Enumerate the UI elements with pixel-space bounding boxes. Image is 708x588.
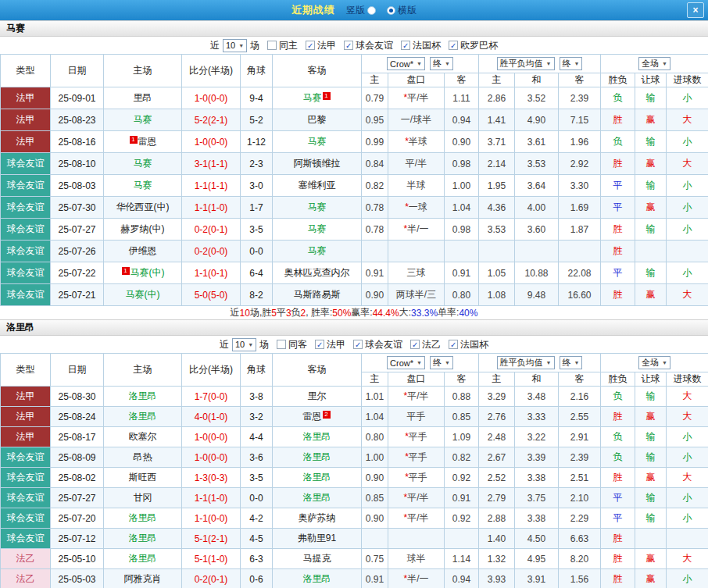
team-name[interactable]: 阿雅克肖 xyxy=(124,573,162,584)
team-name[interactable]: 马赛(中) xyxy=(131,267,165,278)
avg-time-select[interactable]: 终▼ xyxy=(560,356,583,369)
team-name[interactable]: 里尔 xyxy=(308,390,327,401)
avg-home-cell: 2.86 xyxy=(479,87,515,109)
team-name[interactable]: 洛里昂 xyxy=(129,512,157,523)
checkbox-checked-icon[interactable]: ✓ xyxy=(315,340,324,349)
filter-checkbox-球会友谊[interactable]: ✓球会友谊 xyxy=(353,338,402,351)
avg-select[interactable]: 胜平负均值▼ xyxy=(497,356,555,369)
team-name[interactable]: 马赛 xyxy=(308,223,327,234)
checkbox-checked-icon[interactable]: ✓ xyxy=(344,41,353,50)
sub-column-header: 客 xyxy=(559,73,601,87)
away-team-cell: 洛里昂 xyxy=(273,447,362,468)
team-name[interactable]: 洛里昂 xyxy=(303,451,331,462)
vertical-radio-icon[interactable] xyxy=(367,6,376,15)
date-cell: 25-09-01 xyxy=(51,87,104,109)
filter-checkbox-球会友谊[interactable]: ✓球会友谊 xyxy=(344,39,393,52)
dropdown-arrow-icon: ▼ xyxy=(546,360,552,365)
odds-group-header: Crow*▼终▼ xyxy=(362,354,479,372)
odds-time-select[interactable]: 终▼ xyxy=(430,57,453,70)
team-name[interactable]: 马赛 xyxy=(134,180,152,191)
filter-checkbox-法国杯[interactable]: ✓法国杯 xyxy=(449,338,488,351)
avg-select[interactable]: 胜平负均值▼ xyxy=(497,57,555,70)
team-name[interactable]: 阿斯顿维拉 xyxy=(294,158,341,169)
summary-segment: 40% xyxy=(459,308,477,319)
avg-time-select[interactable]: 终▼ xyxy=(560,57,583,70)
filter-checkbox-法乙[interactable]: ✓法乙 xyxy=(410,338,441,351)
team-name[interactable]: 洛里昂 xyxy=(129,411,157,422)
close-button[interactable]: × xyxy=(687,2,704,18)
team-name[interactable]: 马赛 xyxy=(303,92,322,103)
home-team-cell: 洛里昂 xyxy=(104,529,182,549)
team-name[interactable]: 洛里昂 xyxy=(303,472,331,483)
team-name[interactable]: 马赛 xyxy=(308,245,327,256)
filter-checkbox-法国杯[interactable]: ✓法国杯 xyxy=(401,39,441,52)
team-name[interactable]: 奥林匹克查内尔 xyxy=(284,267,350,278)
horizontal-radio-icon[interactable] xyxy=(387,6,395,15)
checkbox-unchecked-icon[interactable] xyxy=(277,340,286,349)
checkbox-checked-icon[interactable]: ✓ xyxy=(449,41,458,50)
filter-checkbox-法甲[interactable]: ✓法甲 xyxy=(306,39,336,52)
away-team-cell: 洛里昂 xyxy=(273,569,362,588)
filter-checkbox-欧罗巴杯[interactable]: ✓欧罗巴杯 xyxy=(449,39,498,52)
home-team-cell: 洛里昂 xyxy=(104,549,182,569)
team-name[interactable]: 马赛(中) xyxy=(126,289,160,300)
score-cell: 5-1(2-1) xyxy=(182,529,241,549)
team-name[interactable]: 洛里昂 xyxy=(129,553,157,564)
team-name[interactable]: 洛里昂 xyxy=(129,390,157,401)
match-count-select[interactable]: 10▼ xyxy=(232,338,256,351)
team-name[interactable]: 巴黎 xyxy=(308,114,327,125)
score-cell: 1-1(0-0) xyxy=(182,508,241,529)
team-name[interactable]: 马赛 xyxy=(134,114,152,125)
scope-select[interactable]: 全场▼ xyxy=(638,356,670,369)
team-name[interactable]: 塞维利亚 xyxy=(299,180,336,191)
match-count-select[interactable]: 10▼ xyxy=(223,39,247,52)
team-name[interactable]: 雷恩 xyxy=(303,411,322,422)
score-cell: 5-0(5-0) xyxy=(182,284,241,306)
team-name[interactable]: 昂热 xyxy=(134,451,152,462)
bookmaker-select[interactable]: Crow*▼ xyxy=(387,57,425,70)
team-name[interactable]: 斯旺西 xyxy=(129,472,157,483)
checkbox-checked-icon[interactable]: ✓ xyxy=(353,340,363,349)
checkbox-checked-icon[interactable]: ✓ xyxy=(449,340,458,349)
league-cell: 球会友谊 xyxy=(1,447,51,468)
team-name-bar: 马赛 xyxy=(0,20,708,37)
team-name[interactable]: 洛里昂 xyxy=(129,533,157,543)
odds-time-select[interactable]: 终▼ xyxy=(430,356,453,369)
team-name[interactable]: 弗勒里91 xyxy=(298,533,336,543)
filter-checkbox-同客[interactable]: 同客 xyxy=(277,338,307,351)
layout-option-horizontal[interactable]: 横版 xyxy=(387,4,417,17)
filter-checkbox-法甲[interactable]: ✓法甲 xyxy=(315,338,345,351)
bookmaker-select[interactable]: Crow*▼ xyxy=(387,356,425,369)
team-name[interactable]: 马赛 xyxy=(308,201,327,212)
checkbox-checked-icon[interactable]: ✓ xyxy=(306,41,315,50)
scope-select[interactable]: 全场▼ xyxy=(638,57,670,70)
layout-option-vertical[interactable]: 竖版 xyxy=(346,4,376,17)
team-name[interactable]: 马提克 xyxy=(303,553,331,564)
team-name[interactable]: 雷恩 xyxy=(138,136,157,147)
match-row: 球会友谊25-07-221马赛(中)1-1(0-1)6-4奥林匹克查内尔0.91… xyxy=(1,262,708,284)
date-cell: 25-05-10 xyxy=(51,549,104,569)
home-team-cell: 洛里昂 xyxy=(104,407,182,427)
checkbox-checked-icon[interactable]: ✓ xyxy=(410,340,420,349)
team-name[interactable]: 洛里昂 xyxy=(303,573,331,584)
checkbox-checked-icon[interactable]: ✓ xyxy=(401,41,410,50)
team-name[interactable]: 里昂 xyxy=(134,92,152,103)
date-cell: 25-08-10 xyxy=(51,153,104,175)
checkbox-unchecked-icon[interactable] xyxy=(267,41,277,50)
team-name[interactable]: 马赛 xyxy=(308,136,327,147)
handicap-cell xyxy=(388,529,445,549)
team-name[interactable]: 马斯路易斯 xyxy=(294,289,341,300)
away-odds-cell: 0.91 xyxy=(445,262,479,284)
team-name[interactable]: 洛里昂 xyxy=(303,431,331,442)
filter-checkbox-同主[interactable]: 同主 xyxy=(267,39,298,52)
corners-cell: 0-0 xyxy=(241,241,273,262)
team-name[interactable]: 甘冈 xyxy=(134,492,152,503)
team-name[interactable]: 欧塞尔 xyxy=(129,431,157,442)
team-name[interactable]: 洛里昂 xyxy=(303,492,331,503)
team-name[interactable]: 马赛 xyxy=(134,158,152,169)
team-name[interactable]: 伊维恩 xyxy=(129,245,157,256)
team-name[interactable]: 华伦西亚(中) xyxy=(116,201,170,212)
team-name[interactable]: 奥萨苏纳 xyxy=(299,512,336,523)
team-name[interactable]: 赫罗纳(中) xyxy=(121,223,165,234)
match-row: 法甲25-08-24洛里昂4-0(1-0)3-2雷恩21.04平手0.852.7… xyxy=(1,407,708,427)
